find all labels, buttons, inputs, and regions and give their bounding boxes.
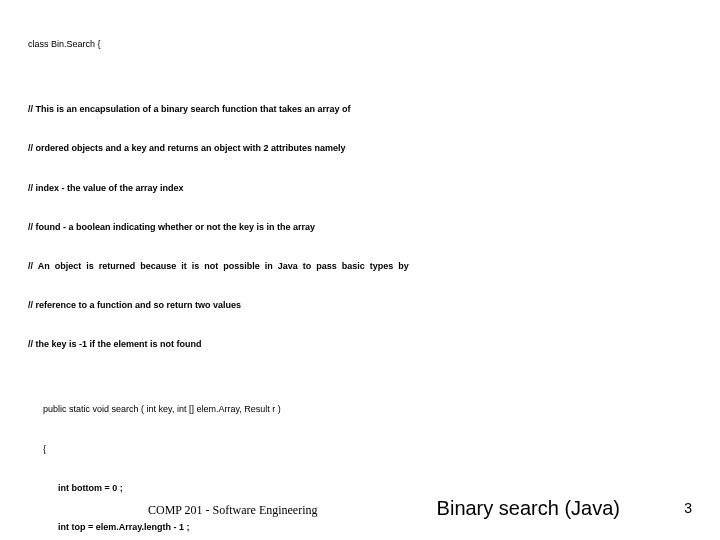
slide: class Bin.Search { // This is an encapsu… xyxy=(0,0,720,540)
code-line: public static void search ( int key, int… xyxy=(28,403,690,416)
code-line: class Bin.Search { xyxy=(28,38,690,51)
code-comment: // ordered objects and a key and returns… xyxy=(28,142,690,155)
code-comment: // This is an encapsulation of a binary … xyxy=(28,103,690,116)
slide-title: Binary search (Java) xyxy=(437,497,620,520)
code-listing: class Bin.Search { // This is an encapsu… xyxy=(28,12,690,540)
code-comment: // index - the value of the array index xyxy=(28,182,690,195)
code-line: { xyxy=(28,443,690,456)
page-number: 3 xyxy=(684,500,692,516)
slide-footer: COMP 201 - Software Engineering Binary s… xyxy=(0,490,720,518)
code-comment: // the key is -1 if the element is not f… xyxy=(28,338,690,351)
footer-course: COMP 201 - Software Engineering xyxy=(148,503,318,518)
code-line: int top = elem.Array.length - 1 ; xyxy=(28,521,690,534)
code-comment: // reference to a function and so return… xyxy=(28,299,690,312)
code-comment: // found - a boolean indicating whether … xyxy=(28,221,690,234)
code-comment: // An object is returned because it is n… xyxy=(28,260,690,273)
